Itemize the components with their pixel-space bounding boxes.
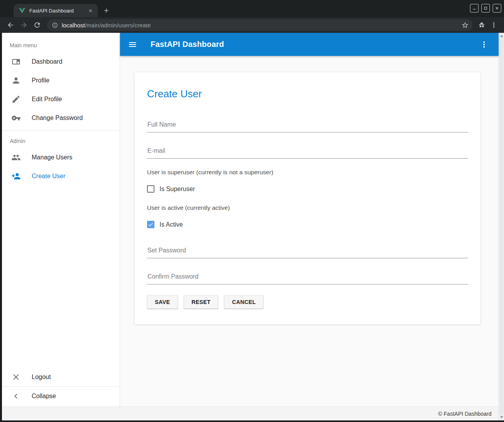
reset-button[interactable]: RESET [184,295,219,309]
url-path: /main/admin/users/create [85,22,151,29]
superuser-checkbox[interactable] [147,185,154,193]
sidebar-item-logout[interactable]: Logout [2,368,120,386]
maximize-button[interactable] [481,4,490,13]
pencil-icon [11,95,21,104]
toolbar-right [477,21,499,29]
save-button[interactable]: SAVE [147,295,178,309]
page-footer: © FastAPI Dashboard [2,406,499,420]
confirm-password-field[interactable] [147,273,468,284]
browser-tab[interactable]: FastAPI Dashboard [14,4,98,17]
back-icon[interactable] [5,19,16,31]
scrollbar-up-icon[interactable] [500,35,503,37]
vue-logo-icon [19,7,25,14]
sidebar-item-label: Logout [32,374,51,381]
person-icon [11,76,21,85]
url-text[interactable]: localhost/main/admin/users/create [62,22,461,29]
reload-icon[interactable] [31,19,43,31]
sidebar-item-label: Create User [32,173,65,180]
chevron-left-icon [11,392,21,401]
sidebar-item-profile[interactable]: Profile [2,71,120,90]
sidebar-item-change-password[interactable]: Change Password [2,109,120,127]
cancel-button[interactable]: CANCEL [224,295,264,309]
sidebar: Main menu Dashboard Profile [2,33,120,406]
superuser-checkbox-row[interactable]: Is Superuser [147,185,468,193]
dashboard-icon [11,57,21,66]
superuser-checkbox-label: Is Superuser [160,186,195,193]
sidebar-item-label: Edit Profile [32,96,62,103]
full-name-field[interactable] [147,121,468,132]
hamburger-icon[interactable] [128,40,137,49]
minimize-button[interactable] [470,4,479,13]
key-icon [11,113,21,123]
sidebar-item-dashboard[interactable]: Dashboard [2,52,120,71]
address-bar[interactable]: localhost/main/admin/users/create [47,19,473,31]
info-icon[interactable] [52,22,58,29]
incognito-icon [477,21,486,29]
active-checkbox[interactable] [147,221,154,228]
page-title: Create User [147,88,468,100]
close-icon [11,372,21,382]
check-icon [148,222,154,227]
content-area: Create User User is superuser (currently… [120,56,499,406]
window-controls [470,4,501,13]
main-area: FastAPI Dashboard Create User [120,33,499,406]
active-checkbox-row[interactable]: Is Active [147,221,468,228]
forward-icon[interactable] [18,19,30,31]
close-button[interactable] [493,4,501,13]
copyright-text: © FastAPI Dashboard [438,411,491,417]
sidebar-item-label: Change Password [32,114,83,122]
scrollbar-thumb[interactable] [500,39,504,415]
sidebar-item-label: Profile [32,77,49,84]
sidebar-item-create-user[interactable]: Create User [2,167,120,186]
sidebar-item-label: Collapse [32,393,56,400]
star-icon[interactable] [461,21,469,29]
sidebar-section-admin: Admin [2,131,120,148]
active-hint: User is active (currently active) [147,204,468,211]
tab-strip: FastAPI Dashboard [0,0,504,17]
browser-window: FastAPI Dashboard [0,0,504,422]
page-scrollbar[interactable] [499,33,504,420]
app-bar: FastAPI Dashboard [120,33,499,56]
sidebar-item-collapse[interactable]: Collapse [2,387,120,406]
person-add-icon [11,172,21,181]
browser-chrome: FastAPI Dashboard [0,0,504,33]
people-icon [11,153,21,162]
app-bar-title: FastAPI Dashboard [151,40,479,49]
email-field[interactable] [147,147,468,159]
tab-close-icon[interactable] [87,7,94,14]
active-checkbox-label: Is Active [160,221,183,228]
tab-title: FastAPI Dashboard [29,8,87,14]
url-host: localhost [62,22,85,29]
sidebar-item-edit-profile[interactable]: Edit Profile [2,90,120,109]
set-password-field[interactable] [147,247,468,258]
browser-toolbar: localhost/main/admin/users/create [0,17,504,33]
sidebar-item-label: Manage Users [32,154,72,161]
sidebar-item-label: Dashboard [32,58,62,65]
browser-menu-icon[interactable] [490,21,498,29]
create-user-card: Create User User is superuser (currently… [135,72,481,324]
sidebar-item-manage-users[interactable]: Manage Users [2,148,120,167]
superuser-hint: User is superuser (currently is not a su… [147,169,468,176]
kebab-menu-icon[interactable] [479,40,489,49]
sidebar-section-main-menu: Main menu [2,35,120,52]
new-tab-button[interactable] [101,5,112,16]
page-viewport: Main menu Dashboard Profile [0,33,504,422]
scrollbar-down-icon[interactable] [500,416,503,418]
